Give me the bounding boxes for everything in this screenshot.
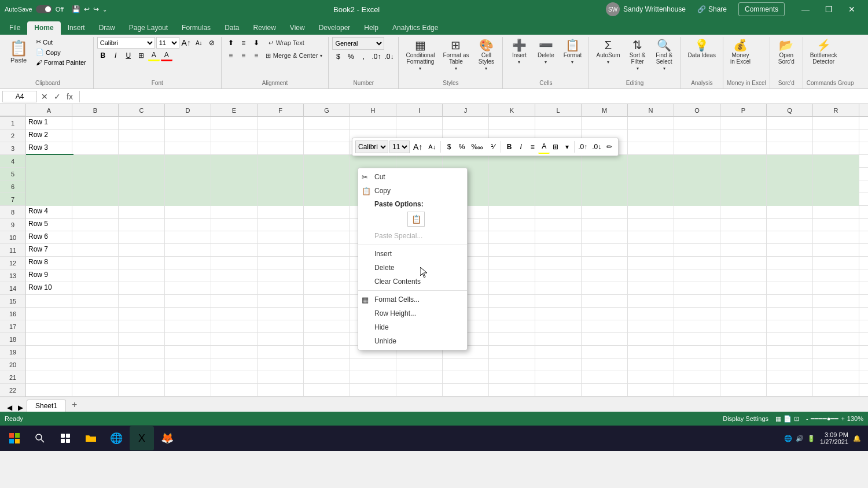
cell-N13[interactable] — [628, 269, 674, 282]
cell-A22[interactable] — [26, 384, 72, 397]
ctx-insert[interactable]: Insert — [358, 247, 467, 261]
cell-L10[interactable] — [535, 231, 582, 244]
cell-F8[interactable] — [258, 206, 304, 219]
align-top-button[interactable]: ⬆ — [225, 37, 237, 49]
open-sorcd-button[interactable]: 📂 OpenSorc'd — [774, 37, 799, 67]
row-number-11[interactable]: 11 — [0, 244, 25, 257]
cell-F5[interactable] — [258, 168, 304, 180]
fill-color-button[interactable]: A — [148, 50, 160, 61]
cell-G9[interactable] — [304, 219, 350, 231]
delete-cells-button[interactable]: ➖ Delete ▾ — [533, 37, 558, 67]
search-taskbar-button[interactable] — [28, 426, 52, 450]
data-ideas-button[interactable]: 💡 Data Ideas — [685, 37, 719, 61]
cell-M16[interactable] — [582, 308, 628, 320]
cell-Q22[interactable] — [767, 384, 813, 397]
cell-O16[interactable] — [674, 308, 720, 320]
align-right-button[interactable]: ≡ — [251, 50, 262, 61]
tab-page-layout[interactable]: Page Layout — [122, 21, 175, 35]
cell-F19[interactable] — [258, 346, 304, 358]
cell-P21[interactable] — [720, 371, 767, 384]
task-view-button[interactable] — [53, 426, 78, 450]
cell-G13[interactable] — [304, 269, 350, 282]
cell-P10[interactable] — [720, 231, 767, 244]
cell-I22[interactable] — [396, 384, 443, 397]
cell-D19[interactable] — [165, 346, 211, 358]
cell-R8[interactable] — [813, 206, 859, 219]
cell-G22[interactable] — [304, 384, 350, 397]
cell-O10[interactable] — [674, 231, 720, 244]
share-button[interactable]: 🔗 Share — [690, 3, 734, 16]
cell-R5[interactable] — [813, 168, 859, 180]
cell-R20[interactable] — [813, 358, 859, 371]
cell-R10[interactable] — [813, 231, 859, 244]
cell-K11[interactable] — [489, 244, 535, 257]
cell-E15[interactable] — [211, 295, 258, 308]
sort-filter-button[interactable]: ⇅ Sort &Filter ▾ — [625, 37, 650, 73]
cell-D7[interactable] — [165, 193, 211, 206]
cell-M13[interactable] — [582, 269, 628, 282]
cell-Q4[interactable] — [767, 155, 813, 168]
cell-O5[interactable] — [674, 168, 720, 180]
cell-P11[interactable] — [720, 244, 767, 257]
cell-P12[interactable] — [720, 257, 767, 269]
cell-N17[interactable] — [628, 320, 674, 333]
undo-icon[interactable]: ↩ — [84, 5, 90, 13]
col-header-N[interactable]: N — [628, 104, 674, 116]
cell-P8[interactable] — [720, 206, 767, 219]
cell-F17[interactable] — [258, 320, 304, 333]
tab-formulas[interactable]: Formulas — [175, 21, 218, 35]
row-number-20[interactable]: 20 — [0, 358, 25, 371]
italic-button[interactable]: I — [110, 50, 122, 61]
cell-L21[interactable] — [535, 371, 582, 384]
page-break-view-icon[interactable]: ⊡ — [794, 415, 799, 423]
cell-E17[interactable] — [211, 320, 258, 333]
cell-B15[interactable] — [72, 295, 119, 308]
col-header-O[interactable]: O — [674, 104, 720, 116]
cell-M10[interactable] — [582, 231, 628, 244]
cell-Q6[interactable] — [767, 180, 813, 193]
cell-K22[interactable] — [489, 384, 535, 397]
col-header-A[interactable]: A — [26, 104, 72, 116]
cell-K5[interactable] — [489, 168, 535, 180]
number-format-select[interactable]: General — [332, 37, 384, 50]
cell-C4[interactable] — [119, 155, 165, 168]
cell-C5[interactable] — [119, 168, 165, 180]
cell-D15[interactable] — [165, 295, 211, 308]
format-as-table-button[interactable]: ⊞ Format asTable ▾ — [439, 37, 472, 73]
cell-D12[interactable] — [165, 257, 211, 269]
cell-O6[interactable] — [674, 180, 720, 193]
cell-G17[interactable] — [304, 320, 350, 333]
cell-Q3[interactable] — [767, 142, 813, 155]
cell-A10[interactable]: Row 6 — [26, 231, 72, 244]
cell-N18[interactable] — [628, 333, 674, 346]
cell-P17[interactable] — [720, 320, 767, 333]
cell-K8[interactable] — [489, 206, 535, 219]
cell-O15[interactable] — [674, 295, 720, 308]
cell-Q5[interactable] — [767, 168, 813, 180]
scroll-left-tab[interactable]: ◀ — [5, 404, 14, 412]
cell-D2[interactable] — [165, 130, 211, 142]
cell-N3[interactable] — [628, 142, 674, 155]
cell-B11[interactable] — [72, 244, 119, 257]
cell-O20[interactable] — [674, 358, 720, 371]
cell-Q10[interactable] — [767, 231, 813, 244]
cell-G21[interactable] — [304, 371, 350, 384]
insert-cells-button[interactable]: ➕ Insert ▾ — [506, 37, 532, 67]
notifications-icon[interactable]: 🔔 — [853, 435, 861, 442]
cell-E19[interactable] — [211, 346, 258, 358]
cell-D13[interactable] — [165, 269, 211, 282]
cell-K4[interactable] — [489, 155, 535, 168]
cell-P22[interactable] — [720, 384, 767, 397]
ctx-hide[interactable]: Hide — [358, 320, 467, 334]
cell-M1[interactable] — [582, 117, 628, 130]
cell-Q1[interactable] — [767, 117, 813, 130]
mini-fill-color-btn[interactable]: A — [538, 140, 550, 154]
cell-B8[interactable] — [72, 206, 119, 219]
cell-R18[interactable] — [813, 333, 859, 346]
tab-draw[interactable]: Draw — [92, 21, 122, 35]
cell-H21[interactable] — [350, 371, 396, 384]
sound-icon[interactable]: 🔊 — [796, 435, 804, 442]
mini-font-size-select[interactable]: 11 — [389, 141, 410, 153]
cell-K10[interactable] — [489, 231, 535, 244]
cell-R3[interactable] — [813, 142, 859, 155]
